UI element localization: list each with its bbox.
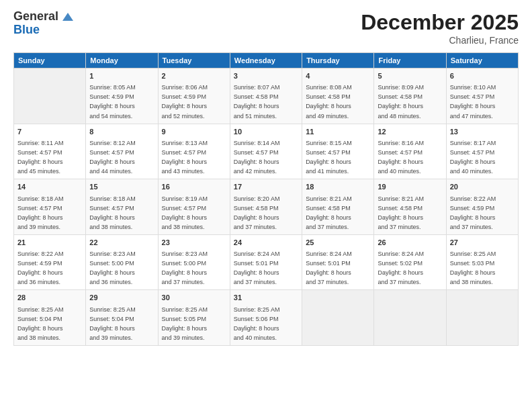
weekday-header-thursday: Thursday bbox=[302, 53, 374, 68]
day-number: 2 bbox=[162, 71, 226, 81]
calendar-week-5: 28Sunrise: 8:25 AM Sunset: 5:04 PM Dayli… bbox=[14, 290, 519, 346]
calendar-cell: 7Sunrise: 8:11 AM Sunset: 4:57 PM Daylig… bbox=[14, 124, 86, 179]
day-info: Sunrise: 8:25 AM Sunset: 5:04 PM Dayligh… bbox=[17, 306, 64, 341]
day-info: Sunrise: 8:08 AM Sunset: 4:58 PM Dayligh… bbox=[306, 84, 352, 119]
day-info: Sunrise: 8:10 AM Sunset: 4:57 PM Dayligh… bbox=[450, 84, 496, 119]
day-info: Sunrise: 8:13 AM Sunset: 4:57 PM Dayligh… bbox=[162, 140, 208, 175]
calendar-cell: 28Sunrise: 8:25 AM Sunset: 5:04 PM Dayli… bbox=[14, 290, 86, 346]
day-number: 16 bbox=[162, 182, 226, 192]
day-info: Sunrise: 8:22 AM Sunset: 4:59 PM Dayligh… bbox=[17, 250, 64, 285]
calendar-cell: 4Sunrise: 8:08 AM Sunset: 4:58 PM Daylig… bbox=[302, 68, 374, 124]
day-number: 22 bbox=[89, 238, 154, 248]
calendar-week-4: 21Sunrise: 8:22 AM Sunset: 4:59 PM Dayli… bbox=[14, 234, 519, 290]
day-info: Sunrise: 8:24 AM Sunset: 5:01 PM Dayligh… bbox=[306, 250, 352, 285]
logo: General Blue bbox=[13, 10, 75, 37]
calendar-cell: 12Sunrise: 8:16 AM Sunset: 4:57 PM Dayli… bbox=[374, 124, 446, 179]
location: Charlieu, France bbox=[361, 35, 519, 46]
calendar-cell: 10Sunrise: 8:14 AM Sunset: 4:57 PM Dayli… bbox=[230, 124, 302, 179]
title-block: December 2025 Charlieu, France bbox=[361, 10, 519, 46]
calendar-cell: 6Sunrise: 8:10 AM Sunset: 4:57 PM Daylig… bbox=[446, 68, 518, 124]
day-number: 29 bbox=[89, 293, 154, 303]
day-number: 14 bbox=[17, 182, 82, 192]
day-info: Sunrise: 8:11 AM Sunset: 4:57 PM Dayligh… bbox=[17, 140, 64, 175]
day-number: 4 bbox=[306, 71, 370, 81]
day-number: 30 bbox=[162, 293, 226, 303]
day-number: 12 bbox=[378, 127, 442, 137]
calendar-cell: 27Sunrise: 8:25 AM Sunset: 5:03 PM Dayli… bbox=[446, 234, 518, 290]
weekday-header-sunday: Sunday bbox=[14, 53, 86, 68]
day-number: 15 bbox=[89, 182, 154, 192]
weekday-header-friday: Friday bbox=[374, 53, 446, 68]
logo-blue-text: Blue bbox=[13, 24, 75, 37]
day-number: 1 bbox=[89, 71, 154, 81]
calendar-cell: 19Sunrise: 8:21 AM Sunset: 4:58 PM Dayli… bbox=[374, 179, 446, 235]
month-title: December 2025 bbox=[361, 10, 519, 35]
day-number: 6 bbox=[450, 71, 515, 81]
calendar-week-1: 1Sunrise: 8:05 AM Sunset: 4:59 PM Daylig… bbox=[14, 68, 519, 124]
weekday-header-monday: Monday bbox=[86, 53, 158, 68]
calendar-cell: 25Sunrise: 8:24 AM Sunset: 5:01 PM Dayli… bbox=[302, 234, 374, 290]
weekday-header-tuesday: Tuesday bbox=[158, 53, 230, 68]
weekday-header-saturday: Saturday bbox=[446, 53, 518, 68]
calendar-cell bbox=[446, 290, 518, 346]
calendar-cell: 11Sunrise: 8:15 AM Sunset: 4:57 PM Dayli… bbox=[302, 124, 374, 179]
day-info: Sunrise: 8:22 AM Sunset: 4:59 PM Dayligh… bbox=[450, 195, 496, 230]
calendar-cell: 18Sunrise: 8:21 AM Sunset: 4:58 PM Dayli… bbox=[302, 179, 374, 235]
calendar-week-2: 7Sunrise: 8:11 AM Sunset: 4:57 PM Daylig… bbox=[14, 124, 519, 179]
day-info: Sunrise: 8:25 AM Sunset: 5:04 PM Dayligh… bbox=[89, 306, 136, 341]
day-number: 17 bbox=[234, 182, 298, 192]
calendar-cell: 2Sunrise: 8:06 AM Sunset: 4:59 PM Daylig… bbox=[158, 68, 230, 124]
day-info: Sunrise: 8:14 AM Sunset: 4:57 PM Dayligh… bbox=[234, 140, 280, 175]
calendar-cell: 20Sunrise: 8:22 AM Sunset: 4:59 PM Dayli… bbox=[446, 179, 518, 235]
calendar-cell bbox=[374, 290, 446, 346]
calendar-cell: 13Sunrise: 8:17 AM Sunset: 4:57 PM Dayli… bbox=[446, 124, 518, 179]
day-number: 13 bbox=[450, 127, 515, 137]
day-info: Sunrise: 8:24 AM Sunset: 5:02 PM Dayligh… bbox=[378, 250, 424, 285]
day-number: 28 bbox=[17, 293, 82, 303]
page-header: General Blue December 2025 Charlieu, Fra… bbox=[13, 10, 519, 46]
calendar-week-3: 14Sunrise: 8:18 AM Sunset: 4:57 PM Dayli… bbox=[14, 179, 519, 235]
day-info: Sunrise: 8:17 AM Sunset: 4:57 PM Dayligh… bbox=[450, 140, 496, 175]
day-number: 26 bbox=[378, 238, 442, 248]
calendar-cell: 9Sunrise: 8:13 AM Sunset: 4:57 PM Daylig… bbox=[158, 124, 230, 179]
logo-general-text: General bbox=[13, 10, 58, 24]
day-info: Sunrise: 8:20 AM Sunset: 4:58 PM Dayligh… bbox=[234, 195, 280, 230]
weekday-header-wednesday: Wednesday bbox=[230, 53, 302, 68]
calendar-cell: 29Sunrise: 8:25 AM Sunset: 5:04 PM Dayli… bbox=[86, 290, 158, 346]
day-info: Sunrise: 8:25 AM Sunset: 5:06 PM Dayligh… bbox=[234, 306, 280, 341]
day-number: 31 bbox=[234, 293, 298, 303]
day-info: Sunrise: 8:18 AM Sunset: 4:57 PM Dayligh… bbox=[17, 195, 64, 230]
day-info: Sunrise: 8:12 AM Sunset: 4:57 PM Dayligh… bbox=[89, 140, 136, 175]
day-info: Sunrise: 8:23 AM Sunset: 5:00 PM Dayligh… bbox=[89, 250, 136, 285]
calendar-cell: 17Sunrise: 8:20 AM Sunset: 4:58 PM Dayli… bbox=[230, 179, 302, 235]
calendar-cell: 22Sunrise: 8:23 AM Sunset: 5:00 PM Dayli… bbox=[86, 234, 158, 290]
day-info: Sunrise: 8:15 AM Sunset: 4:57 PM Dayligh… bbox=[306, 140, 352, 175]
calendar-cell: 21Sunrise: 8:22 AM Sunset: 4:59 PM Dayli… bbox=[14, 234, 86, 290]
day-number: 3 bbox=[234, 71, 298, 81]
day-number: 9 bbox=[162, 127, 226, 137]
day-info: Sunrise: 8:25 AM Sunset: 5:03 PM Dayligh… bbox=[450, 250, 496, 285]
weekday-header-row: SundayMondayTuesdayWednesdayThursdayFrid… bbox=[14, 53, 519, 68]
calendar-cell: 8Sunrise: 8:12 AM Sunset: 4:57 PM Daylig… bbox=[86, 124, 158, 179]
calendar-cell: 3Sunrise: 8:07 AM Sunset: 4:58 PM Daylig… bbox=[230, 68, 302, 124]
calendar-cell: 5Sunrise: 8:09 AM Sunset: 4:58 PM Daylig… bbox=[374, 68, 446, 124]
day-info: Sunrise: 8:05 AM Sunset: 4:59 PM Dayligh… bbox=[89, 84, 136, 119]
calendar-cell: 24Sunrise: 8:24 AM Sunset: 5:01 PM Dayli… bbox=[230, 234, 302, 290]
day-info: Sunrise: 8:07 AM Sunset: 4:58 PM Dayligh… bbox=[234, 84, 280, 119]
day-info: Sunrise: 8:09 AM Sunset: 4:58 PM Dayligh… bbox=[378, 84, 424, 119]
day-number: 5 bbox=[378, 71, 442, 81]
calendar-cell bbox=[14, 68, 86, 124]
day-info: Sunrise: 8:16 AM Sunset: 4:57 PM Dayligh… bbox=[378, 140, 424, 175]
day-number: 10 bbox=[234, 127, 298, 137]
day-number: 27 bbox=[450, 238, 515, 248]
day-number: 7 bbox=[17, 127, 82, 137]
calendar-cell: 26Sunrise: 8:24 AM Sunset: 5:02 PM Dayli… bbox=[374, 234, 446, 290]
calendar-table: SundayMondayTuesdayWednesdayThursdayFrid… bbox=[13, 52, 519, 346]
day-number: 11 bbox=[306, 127, 370, 137]
calendar-cell: 30Sunrise: 8:25 AM Sunset: 5:05 PM Dayli… bbox=[158, 290, 230, 346]
svg-marker-0 bbox=[62, 13, 73, 21]
calendar-cell: 16Sunrise: 8:19 AM Sunset: 4:57 PM Dayli… bbox=[158, 179, 230, 235]
day-number: 24 bbox=[234, 238, 298, 248]
calendar-cell: 31Sunrise: 8:25 AM Sunset: 5:06 PM Dayli… bbox=[230, 290, 302, 346]
calendar-cell: 14Sunrise: 8:18 AM Sunset: 4:57 PM Dayli… bbox=[14, 179, 86, 235]
